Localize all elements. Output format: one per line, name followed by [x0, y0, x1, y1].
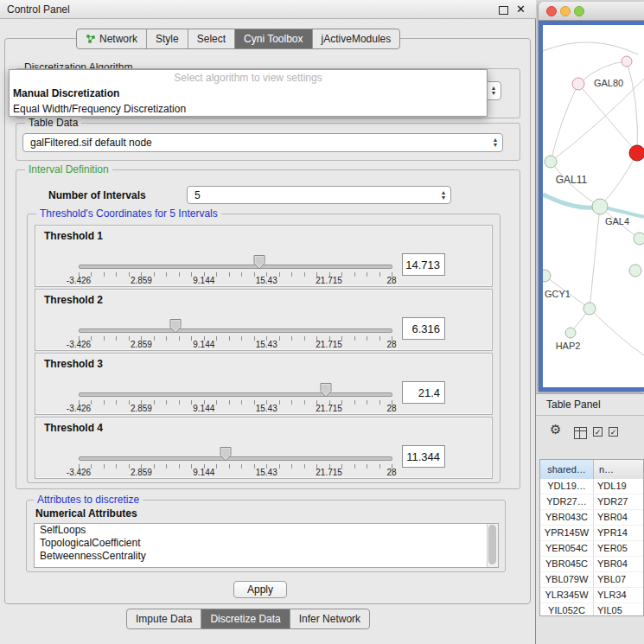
algorithm-option-manual-discretization[interactable]: Manual Discretization	[10, 86, 487, 101]
tab-impute-data[interactable]: Impute Data	[127, 609, 201, 628]
network-node[interactable]	[572, 78, 584, 90]
threshold-value-field[interactable]: 14.713	[402, 253, 445, 276]
slider-thumb[interactable]	[169, 319, 182, 334]
threshold-label: Threshold 4	[44, 422, 103, 434]
network-edge[interactable]	[600, 153, 637, 207]
table-row[interactable]: YPR145WYPR14	[540, 526, 643, 541]
table-row[interactable]: YBL079WYBL07	[540, 572, 643, 588]
network-node-selected[interactable]	[629, 145, 644, 161]
tab-style[interactable]: Style	[147, 29, 188, 48]
cell-shared-name[interactable]: YDL19…	[540, 479, 594, 494]
table-panel-titlebar[interactable]: Table Panel	[536, 393, 644, 416]
network-node[interactable]	[543, 270, 551, 282]
table-data-groupbox: Table Data galFiltered.sif default node …	[16, 123, 520, 161]
cell-name[interactable]: YPR14	[594, 526, 643, 540]
cell-shared-name[interactable]: YLR345W	[540, 588, 594, 603]
number-of-intervals-combobox[interactable]: 5 ▴▾	[187, 186, 451, 204]
close-traffic-light-icon[interactable]	[546, 6, 557, 16]
cell-name[interactable]: YLR34	[594, 588, 643, 603]
list-item[interactable]: BetweennessCentrality	[35, 550, 498, 563]
table-row[interactable]: YER054CYER05	[540, 541, 643, 557]
tab-jactivemodules[interactable]: jActiveModules	[313, 29, 400, 48]
slider-thumb[interactable]	[253, 255, 265, 270]
slider-thumb[interactable]	[320, 383, 332, 398]
network-node[interactable]	[622, 56, 632, 67]
cell-shared-name[interactable]: YPR145W	[540, 526, 594, 540]
network-node[interactable]	[592, 199, 608, 214]
slider-scale-label: 9.144	[193, 340, 214, 349]
tab-infer-network[interactable]: Infer Network	[290, 609, 369, 628]
slider-scale-label: 9.144	[193, 404, 214, 413]
slider-track[interactable]	[79, 328, 392, 333]
cell-name[interactable]: YDL19	[594, 479, 643, 494]
network-node[interactable]	[583, 303, 596, 315]
algorithm-option-equal-width-frequency-discretization[interactable]: Equal Width/Frequency Discretization	[10, 101, 487, 117]
numerical-attributes-list[interactable]: SelfLoopsTopologicalCoefficientBetweenne…	[34, 523, 499, 568]
cell-shared-name[interactable]: YDR27…	[540, 494, 594, 509]
minimize-traffic-light-icon[interactable]	[560, 6, 571, 16]
network-node[interactable]	[565, 328, 576, 338]
cell-name[interactable]: YER05	[594, 541, 643, 556]
network-edge[interactable]	[627, 61, 638, 153]
network-window-titlebar[interactable]	[539, 2, 644, 21]
table-row[interactable]: YDL19…YDL19	[540, 479, 643, 494]
threshold-value-field[interactable]: 6.316	[402, 317, 445, 340]
zoom-traffic-light-icon[interactable]	[574, 6, 584, 16]
network-canvas[interactable]: GAL80GAL11GAL4GCY1HAP2	[543, 25, 644, 387]
checkbox-icon[interactable]: ✓	[609, 427, 618, 437]
cell-name[interactable]: YBL07	[594, 572, 643, 587]
cell-name[interactable]: YBR04	[594, 510, 643, 525]
combo-arrows-icon: ▴▾	[487, 86, 501, 96]
table-row[interactable]: YBR045CYBR04	[540, 557, 643, 572]
tab-discretize-data[interactable]: Discretize Data	[201, 609, 290, 628]
number-of-intervals-value: 5	[188, 189, 437, 201]
attributes-scrollbar[interactable]	[487, 524, 498, 567]
network-edge[interactable]	[551, 84, 578, 162]
columns-icon[interactable]	[574, 427, 587, 439]
close-icon[interactable]: ✕	[516, 3, 526, 16]
slider-track[interactable]	[79, 456, 392, 461]
network-node[interactable]	[545, 156, 557, 168]
network-edge[interactable]	[590, 207, 600, 309]
cell-name[interactable]: YDR27	[594, 494, 643, 509]
slider-ticks	[79, 400, 392, 405]
column-header-shared-name[interactable]: shared…	[540, 460, 594, 479]
float-window-icon[interactable]	[499, 6, 508, 15]
tab-cyni-toolbox[interactable]: Cyni Toolbox	[235, 29, 312, 48]
column-header-name[interactable]: n…	[594, 460, 643, 479]
slider-track[interactable]	[79, 265, 392, 269]
slider-thumb[interactable]	[220, 447, 232, 462]
cell-shared-name[interactable]: YBL079W	[540, 572, 594, 587]
threshold-value-field[interactable]: 21.4	[402, 381, 445, 404]
cell-shared-name[interactable]: YIL052C	[540, 603, 594, 616]
tab-network[interactable]: Network	[77, 29, 147, 48]
network-node[interactable]	[634, 233, 644, 245]
apply-button[interactable]: Apply	[233, 581, 287, 598]
threshold-value-field[interactable]: 11.344	[402, 445, 445, 468]
list-item[interactable]: SelfLoops	[35, 524, 498, 537]
network-edge[interactable]	[543, 42, 638, 54]
checkbox-icon[interactable]: ✓	[593, 427, 603, 437]
slider-track[interactable]	[79, 392, 392, 397]
network-node[interactable]	[629, 265, 641, 277]
cell-name[interactable]: YIL05	[594, 603, 643, 616]
gear-icon[interactable]: ⚙	[550, 422, 561, 437]
table-row[interactable]: YLR345WYLR34	[540, 588, 643, 603]
scrollbar-thumb[interactable]	[488, 525, 496, 564]
application-window: Control Panel ✕ NetworkStyleSelectCyni T…	[0, 0, 644, 644]
control-panel-titlebar[interactable]: Control Panel ✕	[0, 0, 536, 19]
cell-shared-name[interactable]: YER054C	[540, 541, 594, 556]
network-edge[interactable]	[590, 309, 644, 355]
tab-label: Select	[197, 33, 226, 45]
network-graph[interactable]: GAL80GAL11GAL4GCY1HAP2	[543, 25, 644, 387]
list-item[interactable]: TopologicalCoefficient	[35, 537, 498, 550]
table-row[interactable]: YIL052CYIL05	[540, 603, 643, 616]
slider-scale-label: 2.859	[131, 340, 152, 349]
tab-select[interactable]: Select	[188, 29, 235, 48]
table-data-combobox[interactable]: galFiltered.sif default node ▴▾	[22, 133, 503, 152]
table-row[interactable]: YBR043CYBR04	[540, 510, 643, 526]
cell-shared-name[interactable]: YBR045C	[540, 557, 594, 571]
cell-shared-name[interactable]: YBR043C	[540, 510, 594, 525]
cell-name[interactable]: YBR04	[594, 557, 643, 571]
table-row[interactable]: YDR27…YDR27	[540, 494, 643, 510]
